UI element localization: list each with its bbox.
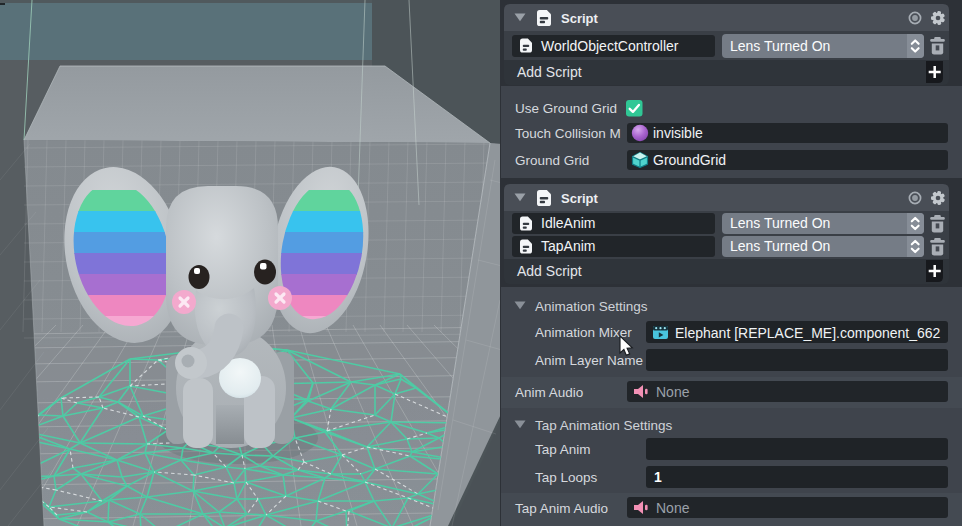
svg-text:None: None — [656, 500, 690, 516]
svg-text:Lens Turned On: Lens Turned On — [730, 215, 830, 231]
svg-text:Lens Turned On: Lens Turned On — [730, 238, 830, 254]
svg-text:Add Script: Add Script — [517, 263, 582, 279]
svg-text:Tap Anim Audio: Tap Anim Audio — [515, 501, 608, 516]
svg-text:GroundGrid: GroundGrid — [653, 152, 726, 168]
svg-text:WorldObjectController: WorldObjectController — [541, 38, 679, 54]
svg-text:Add Script: Add Script — [517, 64, 582, 80]
svg-text:Use Ground Grid: Use Ground Grid — [515, 101, 617, 116]
svg-text:IdleAnim: IdleAnim — [541, 215, 595, 231]
svg-text:Script: Script — [561, 11, 599, 26]
svg-text:Tap Animation Settings: Tap Animation Settings — [535, 418, 673, 433]
svg-text:Anim Audio: Anim Audio — [515, 385, 583, 400]
svg-text:Elephant [REPLACE_ME].componen: Elephant [REPLACE_ME].component_662 — [675, 325, 941, 341]
svg-text:Lens Turned On: Lens Turned On — [730, 38, 830, 54]
svg-text:Animation Mixer: Animation Mixer — [535, 325, 632, 340]
svg-text:invisible: invisible — [653, 125, 703, 141]
svg-text:Script: Script — [561, 191, 599, 206]
svg-text:Animation Settings: Animation Settings — [535, 299, 648, 314]
svg-text:Ground Grid: Ground Grid — [515, 153, 589, 168]
svg-text:Touch Collision M: Touch Collision M — [515, 126, 621, 141]
svg-text:Tap Anim: Tap Anim — [535, 442, 591, 457]
svg-text:Tap Loops: Tap Loops — [535, 470, 598, 485]
svg-text:TapAnim: TapAnim — [541, 238, 595, 254]
svg-text:1: 1 — [654, 469, 662, 485]
svg-text:None: None — [656, 384, 690, 400]
